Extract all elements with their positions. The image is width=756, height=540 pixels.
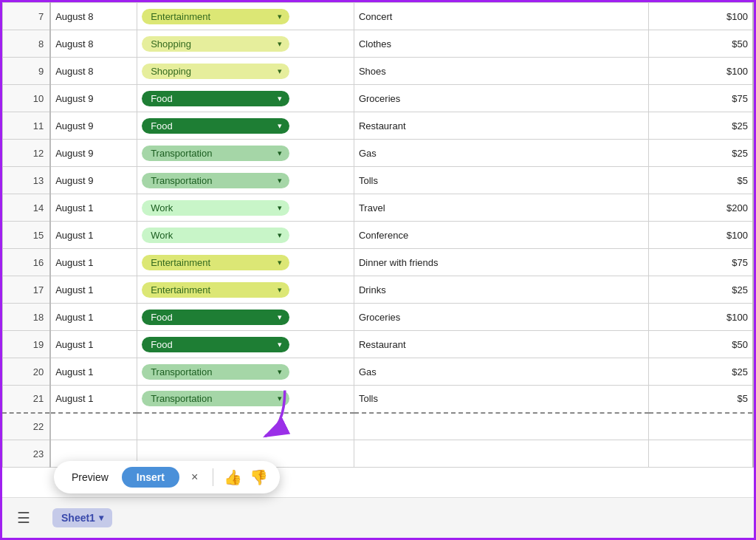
bottom-bar: ☰ Sheet1 ▾ — [2, 497, 754, 538]
category-cell[interactable]: Transportation▾ — [137, 167, 354, 194]
category-dropdown-icon[interactable]: ▾ — [278, 285, 282, 295]
category-badge[interactable]: Food▾ — [142, 310, 289, 325]
category-dropdown-icon[interactable]: ▾ — [278, 340, 282, 349]
action-bar: Preview Insert × 👍 👎 — [54, 461, 280, 493]
category-cell[interactable]: Food▾ — [137, 112, 354, 140]
category-dropdown-icon[interactable]: ▾ — [278, 121, 282, 131]
category-cell[interactable]: Food▾ — [137, 331, 354, 358]
category-dropdown-icon[interactable]: ▾ — [278, 312, 282, 322]
category-label: Food — [151, 120, 173, 131]
date-cell: August 9 — [50, 112, 137, 140]
category-cell[interactable]: Work▾ — [137, 194, 354, 222]
category-label: Transportation — [151, 148, 212, 159]
description-cell: Dinner with friends — [354, 249, 649, 276]
row-number: 12 — [3, 140, 51, 167]
category-dropdown-icon[interactable]: ▾ — [278, 12, 282, 21]
category-dropdown-icon[interactable]: ▾ — [278, 258, 282, 267]
amount-cell: $50 — [649, 30, 753, 58]
date-cell: August 8 — [50, 30, 137, 58]
category-label: Transportation — [151, 175, 212, 186]
category-badge[interactable]: Work▾ — [142, 228, 289, 243]
insert-button[interactable]: Insert — [122, 467, 179, 488]
empty-cell — [649, 413, 753, 440]
category-label: Work — [151, 230, 173, 241]
date-cell: August 1 — [50, 249, 137, 276]
sheet-name-tab[interactable]: Sheet1 ▾ — [52, 508, 112, 527]
category-badge[interactable]: Entertainment▾ — [142, 282, 289, 298]
category-cell[interactable]: Shopping▾ — [137, 30, 354, 58]
sheet-dropdown-icon: ▾ — [99, 513, 103, 523]
category-label: Entertainment — [151, 257, 210, 268]
category-dropdown-icon[interactable]: ▾ — [278, 203, 282, 213]
table-row: 13August 9Transportation▾Tolls$5 — [3, 167, 754, 194]
category-cell[interactable]: Entertainment▾ — [137, 249, 354, 276]
category-cell[interactable]: Entertainment▾ — [137, 276, 354, 304]
category-dropdown-icon[interactable]: ▾ — [278, 367, 282, 377]
category-dropdown-icon[interactable]: ▾ — [278, 230, 282, 240]
category-badge[interactable]: Transportation▾ — [142, 173, 289, 188]
description-cell: Restaurant — [354, 112, 649, 140]
category-badge[interactable]: Entertainment▾ — [142, 255, 289, 270]
hamburger-icon[interactable]: ☰ — [17, 509, 30, 527]
category-dropdown-icon[interactable]: ▾ — [278, 176, 282, 185]
category-badge[interactable]: Work▾ — [142, 200, 289, 216]
description-cell: Restaurant — [354, 331, 649, 358]
empty-cell — [354, 440, 649, 468]
category-badge[interactable]: Food▾ — [142, 91, 289, 106]
category-badge[interactable]: Shopping▾ — [142, 64, 289, 79]
date-cell: August 8 — [50, 58, 137, 85]
empty-cell — [354, 413, 649, 440]
date-cell: August 1 — [50, 276, 137, 304]
category-label: Food — [151, 339, 173, 350]
category-cell[interactable]: Transportation▾ — [137, 386, 354, 413]
category-label: Food — [151, 312, 173, 323]
category-cell[interactable]: Entertainment▾ — [137, 3, 354, 30]
category-cell[interactable]: Food▾ — [137, 85, 354, 112]
category-cell[interactable]: Shopping▾ — [137, 58, 354, 85]
row-number: 8 — [3, 30, 51, 58]
category-cell[interactable]: Food▾ — [137, 304, 354, 331]
amount-cell: $100 — [649, 222, 753, 249]
description-cell: Tolls — [354, 167, 649, 194]
amount-cell: $25 — [649, 358, 753, 386]
amount-cell: $100 — [649, 3, 753, 30]
description-cell: Travel — [354, 194, 649, 222]
description-cell: Groceries — [354, 85, 649, 112]
thumbs-down-icon[interactable]: 👎 — [250, 468, 268, 486]
category-label: Food — [151, 93, 173, 104]
category-badge[interactable]: Transportation▾ — [142, 146, 289, 161]
date-cell: August 9 — [50, 85, 137, 112]
thumbs-up-icon[interactable]: 👍 — [224, 468, 242, 486]
category-cell[interactable]: Transportation▾ — [137, 140, 354, 167]
row-number: 16 — [3, 249, 51, 276]
description-cell: Clothes — [354, 30, 649, 58]
data-table: 7August 8Entertainment▾Concert$1008Augus… — [2, 2, 754, 468]
category-badge[interactable]: Transportation▾ — [142, 364, 289, 380]
table-row: 20August 1Transportation▾Gas$25 — [3, 358, 754, 386]
table-row: 7August 8Entertainment▾Concert$100 — [3, 3, 754, 30]
category-badge[interactable]: Food▾ — [142, 118, 289, 134]
category-cell[interactable]: Work▾ — [137, 222, 354, 249]
category-label: Transportation — [151, 366, 212, 377]
row-number: 18 — [3, 304, 51, 331]
category-badge[interactable]: Food▾ — [142, 337, 289, 352]
row-number: 10 — [3, 85, 51, 112]
category-dropdown-icon[interactable]: ▾ — [278, 39, 282, 49]
description-cell: Conference — [354, 222, 649, 249]
category-dropdown-icon[interactable]: ▾ — [278, 66, 282, 76]
category-dropdown-icon[interactable]: ▾ — [278, 94, 282, 103]
sheet-name-label: Sheet1 — [61, 512, 95, 524]
amount-cell: $25 — [649, 140, 753, 167]
preview-button[interactable]: Preview — [66, 468, 114, 486]
close-button[interactable]: × — [187, 468, 202, 487]
category-badge[interactable]: Shopping▾ — [142, 36, 289, 52]
category-dropdown-icon[interactable]: ▾ — [278, 148, 282, 158]
category-badge[interactable]: Transportation▾ — [142, 391, 289, 406]
category-badge[interactable]: Entertainment▾ — [142, 9, 289, 24]
amount-cell: $50 — [649, 331, 753, 358]
table-row: 14August 1Work▾Travel$200 — [3, 194, 754, 222]
category-cell[interactable]: Transportation▾ — [137, 358, 354, 386]
category-dropdown-icon[interactable]: ▾ — [278, 394, 282, 403]
amount-cell: $75 — [649, 249, 753, 276]
table-row: 8August 8Shopping▾Clothes$50 — [3, 30, 754, 58]
